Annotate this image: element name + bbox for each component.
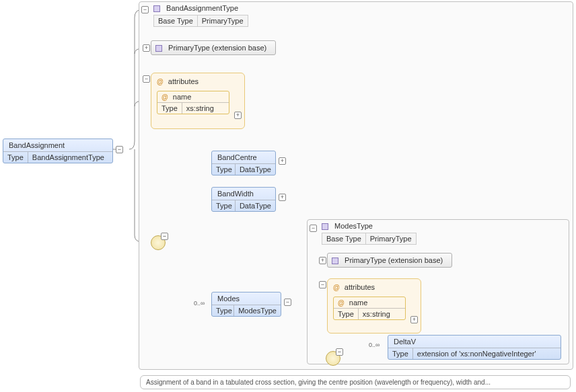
modes-sequence-connector[interactable]: − — [326, 351, 340, 366]
toggle-modes-primary-ext[interactable] — [319, 257, 326, 264]
base-value: PrimaryType — [198, 15, 248, 26]
type-label: Type — [3, 152, 28, 163]
deltav-occurrence: 0..∞ — [369, 342, 380, 348]
toggle-modes-attributes[interactable] — [319, 281, 326, 288]
element-band-assignment[interactable]: BandAssignment Type BandAssignmentType — [3, 139, 113, 163]
toggle-modes-type[interactable] — [310, 225, 317, 232]
attr-group-label: attributes — [345, 283, 375, 291]
base-value: PrimaryType — [366, 233, 416, 244]
modes-base-type-row: Base Type PrimaryType — [322, 233, 417, 245]
title: Modes — [212, 292, 281, 305]
at-icon: @ — [157, 78, 164, 85]
type-header-modes-type: ModesType — [322, 222, 373, 230]
attr-header: @ name — [334, 297, 405, 308]
attributes-group[interactable]: @ attributes @ name Type xs:string — [151, 73, 245, 129]
type-label: Type — [212, 305, 234, 316]
element-title: BandAssignment — [3, 139, 112, 151]
toggle-modes-sequence[interactable]: − — [336, 348, 343, 356]
type-label: Type — [388, 348, 413, 359]
type-icon — [153, 5, 160, 12]
toggle-band-assignment[interactable] — [116, 146, 123, 153]
primary-type-extension[interactable]: PrimaryType (extension base) — [151, 40, 276, 55]
sequence-connector[interactable]: − — [151, 235, 166, 250]
type-value: ModesType — [234, 305, 281, 316]
type-value: DataType — [236, 200, 275, 211]
attr-group-header: @ attributes — [157, 76, 239, 87]
element-deltav[interactable]: DeltaV Type extension of 'xs:nonNegative… — [388, 335, 561, 360]
label: PrimaryType (extension base) — [168, 44, 266, 52]
at-icon: @ — [338, 299, 345, 307]
type-icon — [155, 45, 162, 52]
label: PrimaryType (extension base) — [345, 256, 443, 264]
title: BandCentre — [212, 151, 275, 163]
type-name: BandAssignmentType — [166, 4, 238, 12]
type-name: ModesType — [334, 222, 373, 230]
modes-attr-name-box[interactable]: @ name Type xs:string — [333, 297, 406, 320]
description-note: Assignment of a band in a tabulated cros… — [140, 375, 571, 389]
at-icon: @ — [161, 93, 168, 101]
attr-type-label: Type — [157, 103, 182, 114]
type-value: DataType — [236, 164, 275, 175]
toggle-band-assignment-type[interactable] — [141, 6, 149, 13]
type-header-band-assignment-type: BandAssignmentType — [153, 4, 238, 12]
element-band-centre[interactable]: BandCentre Type DataType — [211, 151, 276, 175]
toggle-band-width[interactable] — [279, 194, 286, 201]
attr-name-box[interactable]: @ name Type xs:string — [157, 91, 229, 114]
toggle-attr-name[interactable] — [234, 112, 242, 119]
attr-header: @ name — [157, 91, 229, 102]
toggle-modes-attr-name[interactable] — [410, 316, 418, 323]
type-icon — [322, 223, 328, 230]
attr-type-value: xs:string — [359, 309, 405, 319]
modes-occurrence: 0..∞ — [194, 300, 205, 307]
attr-name: name — [349, 299, 368, 307]
type-value: BandAssignmentType — [28, 152, 112, 163]
type-value: extension of 'xs:nonNegativeInteger' — [413, 348, 561, 359]
element-band-width[interactable]: BandWidth Type DataType — [211, 187, 276, 212]
attr-type-value: xs:string — [182, 103, 229, 114]
toggle-sequence[interactable]: − — [161, 233, 168, 240]
toggle-attributes[interactable] — [143, 75, 150, 83]
at-icon: @ — [333, 284, 340, 291]
modes-primary-type-extension[interactable]: PrimaryType (extension base) — [327, 253, 452, 268]
title: BandWidth — [212, 188, 275, 200]
title: DeltaV — [388, 336, 561, 348]
element-modes[interactable]: Modes Type ModesType — [211, 292, 281, 317]
attr-group-header: @ attributes — [333, 282, 415, 292]
base-type-row: Base Type PrimaryType — [153, 15, 248, 27]
type-icon — [332, 258, 338, 264]
toggle-primary-ext[interactable] — [143, 44, 150, 52]
modes-attributes-group[interactable]: @ attributes @ name Type xs:string — [327, 278, 421, 334]
type-label: Type — [212, 200, 236, 211]
toggle-band-centre[interactable] — [279, 157, 286, 165]
attr-name: name — [173, 93, 192, 101]
base-label: Base Type — [322, 233, 366, 244]
base-label: Base Type — [154, 15, 198, 26]
attr-type-label: Type — [334, 309, 359, 319]
toggle-modes[interactable] — [284, 299, 291, 306]
attr-group-label: attributes — [168, 77, 199, 85]
type-label: Type — [212, 164, 236, 175]
